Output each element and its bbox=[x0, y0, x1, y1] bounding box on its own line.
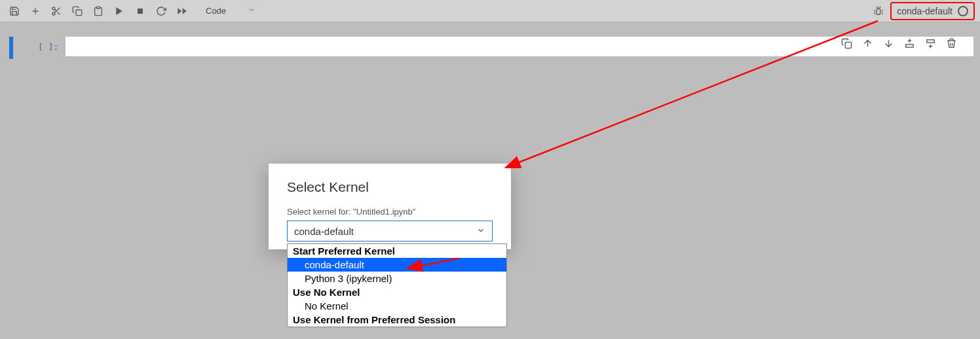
svg-rect-17 bbox=[905, 44, 913, 46]
dropdown-item[interactable]: Python 3 (ipykernel) bbox=[288, 272, 506, 285]
dropdown-group: Use Kernel from Preferred Session bbox=[288, 313, 506, 327]
dropdown-group: Start Preferred Kernel bbox=[288, 244, 506, 258]
duplicate-cell-button[interactable] bbox=[837, 34, 856, 52]
cell-prompt: [ ]: bbox=[38, 42, 66, 52]
stop-button[interactable] bbox=[131, 2, 149, 20]
svg-rect-7 bbox=[76, 10, 82, 16]
svg-line-5 bbox=[58, 12, 60, 14]
dropdown-group: Use No Kernel bbox=[288, 285, 506, 299]
kernel-select[interactable]: conda-default bbox=[287, 221, 493, 241]
svg-marker-9 bbox=[116, 7, 122, 15]
kernel-select-value: conda-default bbox=[294, 226, 354, 237]
move-down-button[interactable] bbox=[879, 34, 897, 52]
svg-point-2 bbox=[52, 7, 55, 10]
svg-rect-8 bbox=[96, 7, 100, 9]
dropdown-item[interactable]: No Kernel bbox=[288, 299, 506, 313]
add-cell-button[interactable] bbox=[26, 2, 45, 20]
restart-button[interactable] bbox=[152, 2, 170, 20]
notebook-area: [ ]: bbox=[0, 22, 980, 59]
move-up-button[interactable] bbox=[858, 34, 876, 52]
cell-type-label: Code bbox=[206, 6, 226, 16]
kernel-status-icon bbox=[958, 6, 968, 16]
save-button[interactable] bbox=[5, 2, 24, 20]
kernel-switcher[interactable]: conda-default bbox=[890, 2, 975, 20]
paste-button[interactable] bbox=[89, 2, 107, 20]
insert-above-button[interactable] bbox=[900, 34, 918, 52]
dialog-label: Select kernel for: "Untitled1.ipynb" bbox=[287, 207, 493, 217]
svg-rect-20 bbox=[926, 39, 933, 42]
kernel-name-label: conda-default bbox=[897, 6, 952, 16]
cell-type-select[interactable]: Code bbox=[200, 3, 259, 19]
restart-run-all-button[interactable] bbox=[173, 2, 191, 20]
debug-icon[interactable] bbox=[869, 2, 888, 20]
svg-line-6 bbox=[54, 9, 56, 11]
svg-marker-12 bbox=[178, 8, 181, 14]
chevron-down-icon bbox=[476, 226, 485, 237]
cell-active-indicator bbox=[9, 37, 13, 59]
svg-point-3 bbox=[52, 12, 55, 15]
dropdown-item[interactable]: conda-default bbox=[288, 258, 506, 272]
copy-button[interactable] bbox=[68, 2, 86, 20]
dialog-title: Select Kernel bbox=[287, 179, 493, 195]
code-cell[interactable]: [ ]: bbox=[0, 37, 980, 59]
insert-below-button[interactable] bbox=[921, 34, 939, 52]
svg-rect-14 bbox=[845, 42, 851, 48]
notebook-toolbar: Code conda-default bbox=[0, 0, 980, 22]
svg-rect-13 bbox=[876, 9, 880, 14]
cut-button[interactable] bbox=[47, 2, 66, 20]
select-kernel-dialog: Select Kernel Select kernel for: "Untitl… bbox=[269, 164, 511, 249]
run-button[interactable] bbox=[110, 2, 128, 20]
svg-rect-10 bbox=[138, 9, 143, 14]
cell-toolbar bbox=[837, 34, 960, 52]
chevron-down-icon bbox=[248, 6, 255, 16]
kernel-dropdown: Start Preferred Kernelconda-defaultPytho… bbox=[287, 243, 507, 327]
delete-cell-button[interactable] bbox=[942, 34, 960, 52]
svg-marker-11 bbox=[183, 8, 187, 14]
